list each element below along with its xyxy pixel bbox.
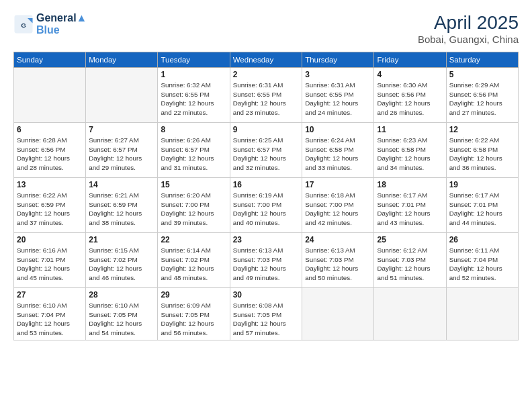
- table-row: 22Sunrise: 6:14 AM Sunset: 7:02 PM Dayli…: [158, 233, 230, 288]
- day-info: Sunrise: 6:15 AM Sunset: 7:02 PM Dayligh…: [89, 246, 154, 283]
- header: G General▲ Blue April 2025 Bobai, Guangx…: [13, 12, 519, 45]
- day-number: 23: [233, 235, 299, 244]
- table-row: 18Sunrise: 6:17 AM Sunset: 7:01 PM Dayli…: [374, 178, 446, 233]
- day-number: 19: [449, 180, 515, 189]
- day-number: 12: [449, 125, 515, 134]
- day-info: Sunrise: 6:20 AM Sunset: 7:00 PM Dayligh…: [161, 191, 226, 228]
- day-info: Sunrise: 6:16 AM Sunset: 7:01 PM Dayligh…: [17, 246, 83, 283]
- day-info: Sunrise: 6:10 AM Sunset: 7:05 PM Dayligh…: [89, 301, 154, 338]
- day-info: Sunrise: 6:08 AM Sunset: 7:05 PM Dayligh…: [233, 301, 299, 338]
- day-info: Sunrise: 6:25 AM Sunset: 6:57 PM Dayligh…: [233, 136, 299, 173]
- day-number: 28: [89, 290, 154, 300]
- logo-text: General▲ Blue: [36, 12, 87, 36]
- table-row: 13Sunrise: 6:22 AM Sunset: 6:59 PM Dayli…: [14, 178, 86, 233]
- table-row: 23Sunrise: 6:13 AM Sunset: 7:03 PM Dayli…: [230, 233, 302, 288]
- table-row: 10Sunrise: 6:24 AM Sunset: 6:58 PM Dayli…: [302, 123, 374, 178]
- table-row: 2Sunrise: 6:31 AM Sunset: 6:55 PM Daylig…: [230, 68, 302, 123]
- day-number: 2: [233, 70, 299, 79]
- col-wednesday: Wednesday: [230, 52, 302, 68]
- table-row: 1Sunrise: 6:32 AM Sunset: 6:55 PM Daylig…: [158, 68, 230, 123]
- day-info: Sunrise: 6:21 AM Sunset: 6:59 PM Dayligh…: [89, 191, 154, 228]
- day-number: 14: [89, 180, 154, 189]
- table-row: 16Sunrise: 6:19 AM Sunset: 7:00 PM Dayli…: [230, 178, 302, 233]
- day-info: Sunrise: 6:11 AM Sunset: 7:04 PM Dayligh…: [449, 246, 515, 283]
- col-monday: Monday: [86, 52, 158, 68]
- table-row: 12Sunrise: 6:22 AM Sunset: 6:58 PM Dayli…: [446, 123, 518, 178]
- day-info: Sunrise: 6:28 AM Sunset: 6:56 PM Dayligh…: [17, 136, 83, 173]
- col-friday: Friday: [374, 52, 446, 68]
- day-number: 16: [233, 180, 299, 189]
- logo: G General▲ Blue: [13, 12, 87, 36]
- day-info: Sunrise: 6:22 AM Sunset: 6:59 PM Dayligh…: [17, 191, 83, 228]
- day-number: 6: [17, 125, 83, 134]
- svg-text:G: G: [21, 21, 26, 29]
- page: G General▲ Blue April 2025 Bobai, Guangx…: [0, 0, 532, 411]
- table-row: [86, 68, 158, 123]
- day-info: Sunrise: 6:23 AM Sunset: 6:58 PM Dayligh…: [377, 136, 443, 173]
- day-number: 15: [161, 180, 226, 189]
- day-info: Sunrise: 6:31 AM Sunset: 6:55 PM Dayligh…: [233, 81, 299, 118]
- day-number: 22: [161, 235, 226, 244]
- day-number: 13: [17, 180, 83, 189]
- day-info: Sunrise: 6:09 AM Sunset: 7:05 PM Dayligh…: [161, 301, 226, 338]
- day-info: Sunrise: 6:24 AM Sunset: 6:58 PM Dayligh…: [305, 136, 371, 173]
- col-tuesday: Tuesday: [158, 52, 230, 68]
- day-number: 3: [305, 70, 371, 79]
- table-row: 19Sunrise: 6:17 AM Sunset: 7:01 PM Dayli…: [446, 178, 518, 233]
- day-number: 11: [377, 125, 443, 134]
- day-info: Sunrise: 6:19 AM Sunset: 7:00 PM Dayligh…: [233, 191, 299, 228]
- table-row: 27Sunrise: 6:10 AM Sunset: 7:04 PM Dayli…: [14, 288, 86, 340]
- col-sunday: Sunday: [14, 52, 86, 68]
- location: Bobai, Guangxi, China: [418, 34, 519, 45]
- table-row: 8Sunrise: 6:26 AM Sunset: 6:57 PM Daylig…: [158, 123, 230, 178]
- table-row: 24Sunrise: 6:13 AM Sunset: 7:03 PM Dayli…: [302, 233, 374, 288]
- table-row: 7Sunrise: 6:27 AM Sunset: 6:57 PM Daylig…: [86, 123, 158, 178]
- day-info: Sunrise: 6:13 AM Sunset: 7:03 PM Dayligh…: [233, 246, 299, 283]
- table-row: 6Sunrise: 6:28 AM Sunset: 6:56 PM Daylig…: [14, 123, 86, 178]
- day-number: 29: [161, 290, 226, 300]
- table-row: 5Sunrise: 6:29 AM Sunset: 6:56 PM Daylig…: [446, 68, 518, 123]
- table-row: [302, 288, 374, 340]
- day-number: 25: [377, 235, 443, 244]
- day-number: 4: [377, 70, 443, 79]
- table-row: 11Sunrise: 6:23 AM Sunset: 6:58 PM Dayli…: [374, 123, 446, 178]
- day-info: Sunrise: 6:17 AM Sunset: 7:01 PM Dayligh…: [449, 191, 515, 228]
- table-row: [14, 68, 86, 123]
- day-info: Sunrise: 6:14 AM Sunset: 7:02 PM Dayligh…: [161, 246, 226, 283]
- month-year: April 2025: [418, 12, 519, 34]
- day-number: 1: [161, 70, 226, 79]
- day-number: 10: [305, 125, 371, 134]
- table-row: 29Sunrise: 6:09 AM Sunset: 7:05 PM Dayli…: [158, 288, 230, 340]
- title-block: April 2025 Bobai, Guangxi, China: [418, 12, 519, 45]
- col-saturday: Saturday: [446, 52, 518, 68]
- calendar-week-row: 27Sunrise: 6:10 AM Sunset: 7:04 PM Dayli…: [14, 288, 519, 340]
- table-row: 3Sunrise: 6:31 AM Sunset: 6:55 PM Daylig…: [302, 68, 374, 123]
- day-number: 7: [89, 125, 154, 134]
- table-row: [446, 288, 518, 340]
- calendar-week-row: 1Sunrise: 6:32 AM Sunset: 6:55 PM Daylig…: [14, 68, 519, 123]
- day-info: Sunrise: 6:17 AM Sunset: 7:01 PM Dayligh…: [377, 191, 443, 228]
- day-info: Sunrise: 6:27 AM Sunset: 6:57 PM Dayligh…: [89, 136, 154, 173]
- calendar-week-row: 13Sunrise: 6:22 AM Sunset: 6:59 PM Dayli…: [14, 178, 519, 233]
- table-row: 25Sunrise: 6:12 AM Sunset: 7:03 PM Dayli…: [374, 233, 446, 288]
- day-info: Sunrise: 6:12 AM Sunset: 7:03 PM Dayligh…: [377, 246, 443, 283]
- calendar-table: Sunday Monday Tuesday Wednesday Thursday…: [13, 52, 519, 340]
- logo-icon: G: [13, 14, 34, 34]
- day-number: 8: [161, 125, 226, 134]
- table-row: 28Sunrise: 6:10 AM Sunset: 7:05 PM Dayli…: [86, 288, 158, 340]
- table-row: 15Sunrise: 6:20 AM Sunset: 7:00 PM Dayli…: [158, 178, 230, 233]
- calendar-header-row: Sunday Monday Tuesday Wednesday Thursday…: [14, 52, 519, 68]
- day-info: Sunrise: 6:30 AM Sunset: 6:56 PM Dayligh…: [377, 81, 443, 118]
- day-number: 17: [305, 180, 371, 189]
- day-number: 30: [233, 290, 299, 300]
- calendar-week-row: 6Sunrise: 6:28 AM Sunset: 6:56 PM Daylig…: [14, 123, 519, 178]
- day-info: Sunrise: 6:31 AM Sunset: 6:55 PM Dayligh…: [305, 81, 371, 118]
- day-number: 26: [449, 235, 515, 244]
- table-row: 30Sunrise: 6:08 AM Sunset: 7:05 PM Dayli…: [230, 288, 302, 340]
- day-number: 18: [377, 180, 443, 189]
- day-info: Sunrise: 6:29 AM Sunset: 6:56 PM Dayligh…: [449, 81, 515, 118]
- day-info: Sunrise: 6:22 AM Sunset: 6:58 PM Dayligh…: [449, 136, 515, 173]
- day-number: 24: [305, 235, 371, 244]
- table-row: 9Sunrise: 6:25 AM Sunset: 6:57 PM Daylig…: [230, 123, 302, 178]
- table-row: 26Sunrise: 6:11 AM Sunset: 7:04 PM Dayli…: [446, 233, 518, 288]
